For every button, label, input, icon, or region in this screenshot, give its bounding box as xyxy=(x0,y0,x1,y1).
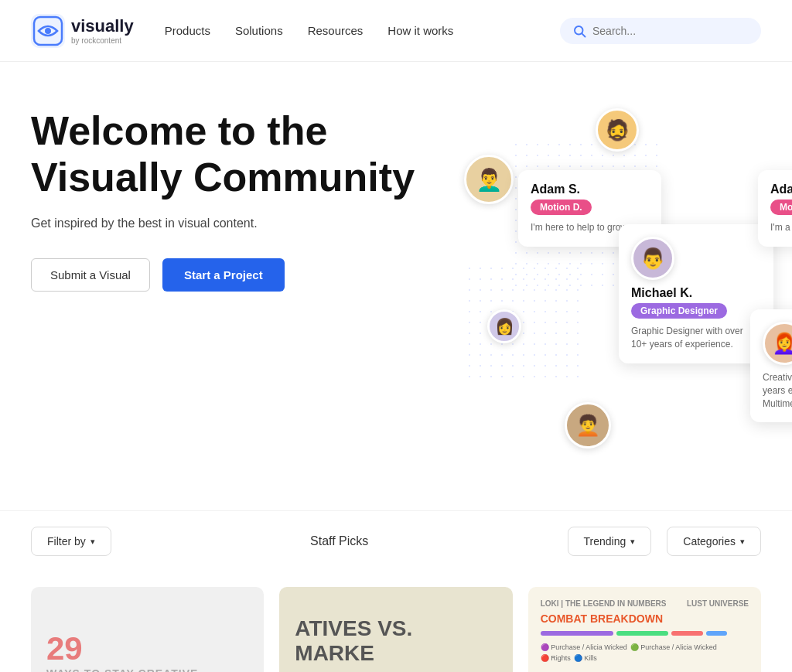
logo[interactable]: visually by rockcontent xyxy=(31,14,134,48)
bar-3 xyxy=(671,631,702,636)
hero-left: Welcome to the Visually Community Get in… xyxy=(31,108,449,292)
bar-4 xyxy=(706,631,727,636)
svg-point-2 xyxy=(45,28,51,34)
bar-1 xyxy=(541,631,613,636)
avatar-float-2: 👨‍🦱 xyxy=(464,155,514,204)
legend-4: 🔵 Kills xyxy=(574,654,597,662)
card-1-content: 29 WAYS TO STAY CREATIVE xyxy=(31,587,264,672)
trending-chevron-icon: ▾ xyxy=(630,537,635,547)
filter-chevron-icon: ▾ xyxy=(90,537,95,547)
staff-picks-tab[interactable]: Staff Picks xyxy=(127,534,552,548)
avatar-daniela: 👩‍🦰 xyxy=(763,322,792,365)
cards-grid: 29 WAYS TO STAY CREATIVE ATIVES VS. MARK… xyxy=(0,571,792,672)
search-input[interactable] xyxy=(592,25,747,37)
avatar-float-3: 👩 xyxy=(487,309,521,343)
profile-name-adam: Adam S. xyxy=(531,182,649,196)
content-card-1[interactable]: 29 WAYS TO STAY CREATIVE xyxy=(31,587,264,672)
card-3-header: LOKI | THE LEGEND IN NUMBERS LUST UNIVER… xyxy=(541,599,749,608)
profile-role-michael: Graphic Designer xyxy=(631,303,727,319)
card-3-content: LOKI | THE LEGEND IN NUMBERS LUST UNIVER… xyxy=(528,587,761,672)
hero-section: Welcome to the Visually Community Get in… xyxy=(0,62,792,510)
card-3-legend: 🟣 Purchase / Alicia Wicked 🟢 Purchase / … xyxy=(541,643,749,662)
legend-3: 🔴 Rights xyxy=(541,654,571,662)
profile-role-adam-2: Motion xyxy=(770,200,792,215)
card-1-text: WAYS TO STAY CREATIVE xyxy=(46,667,248,672)
hero-buttons: Submit a Visual Start a Project xyxy=(31,258,449,292)
submit-visual-button[interactable]: Submit a Visual xyxy=(31,258,150,292)
legend-1: 🟣 Purchase / Alicia Wicked xyxy=(541,643,627,651)
nav-products[interactable]: Products xyxy=(165,24,210,37)
start-project-button[interactable]: Start a Project xyxy=(162,258,285,292)
logo-name: visually xyxy=(71,16,134,36)
card-3-brand: LUST UNIVERSE xyxy=(687,599,749,608)
card-2-content: ATIVES VS. MARKE xyxy=(279,587,512,672)
logo-sub: by rockcontent xyxy=(71,36,134,45)
profile-name-michael: Michael K. xyxy=(631,286,761,300)
filter-by-label: Filter by xyxy=(47,535,86,547)
main-nav: Products Solutions Resources How it work… xyxy=(165,24,560,37)
nav-how-it-works[interactable]: How it works xyxy=(387,24,453,37)
search-bar[interactable] xyxy=(560,18,761,44)
hero-subtitle: Get inspired by the best in visual conte… xyxy=(31,217,449,230)
visually-logo-icon xyxy=(31,14,65,48)
profile-bio-adam-2: I'm a Motion De... xyxy=(770,221,792,234)
content-card-2[interactable]: ATIVES VS. MARKE xyxy=(279,587,512,672)
card-1-number: 29 xyxy=(46,630,248,667)
categories-chevron-icon: ▾ xyxy=(740,537,745,547)
hero-title: Welcome to the Visually Community xyxy=(31,108,449,201)
content-card-3[interactable]: LOKI | THE LEGEND IN NUMBERS LUST UNIVER… xyxy=(528,587,761,672)
nav-solutions[interactable]: Solutions xyxy=(235,24,283,37)
search-icon xyxy=(572,24,586,38)
profile-name-adam-2: Adam xyxy=(770,182,792,196)
profile-role-adam: Motion D. xyxy=(531,200,592,215)
avatar-float-4: 🧑‍🦱 xyxy=(565,402,611,449)
categories-label: Categories xyxy=(683,535,736,547)
hero-right-illustration: 🧔 👨‍🦱 👩 🧑‍🦱 Adam S. Motion D. I'm here t… xyxy=(464,108,761,479)
legend-2: 🟢 Purchase / Alicia Wicked xyxy=(630,643,717,651)
card-2-text: ATIVES VS. MARKE xyxy=(295,616,497,666)
trending-label: Trending xyxy=(584,535,626,547)
profile-card-daniela: 👩‍🦰 Daniela G. Animator Creative 3D arti… xyxy=(750,309,792,422)
card-3-label: LOKI | THE LEGEND IN NUMBERS xyxy=(541,599,667,608)
card-3-subtitle: COMBAT BREAKDOWN xyxy=(541,612,749,625)
filters-bar: Filter by ▾ Staff Picks Trending ▾ Categ… xyxy=(0,510,792,571)
profile-bio-daniela: Creative 3D artist with 8+ years experie… xyxy=(763,371,792,410)
dot-pattern-2 xyxy=(464,263,588,387)
categories-button[interactable]: Categories ▾ xyxy=(667,527,761,556)
nav-resources[interactable]: Resources xyxy=(308,24,364,37)
profile-bio-michael: Graphic Designer with over 10+ years of … xyxy=(631,325,761,351)
bar-2 xyxy=(616,631,668,636)
avatar-float-1: 🧔 xyxy=(596,108,639,152)
avatar-michael: 👨 xyxy=(631,237,674,280)
svg-line-4 xyxy=(582,33,585,36)
card-3-bars xyxy=(541,631,749,636)
filter-by-button[interactable]: Filter by ▾ xyxy=(31,527,111,556)
trending-button[interactable]: Trending ▾ xyxy=(568,527,652,556)
profile-card-adam-2: Adam Motion I'm a Motion De... xyxy=(758,170,792,247)
